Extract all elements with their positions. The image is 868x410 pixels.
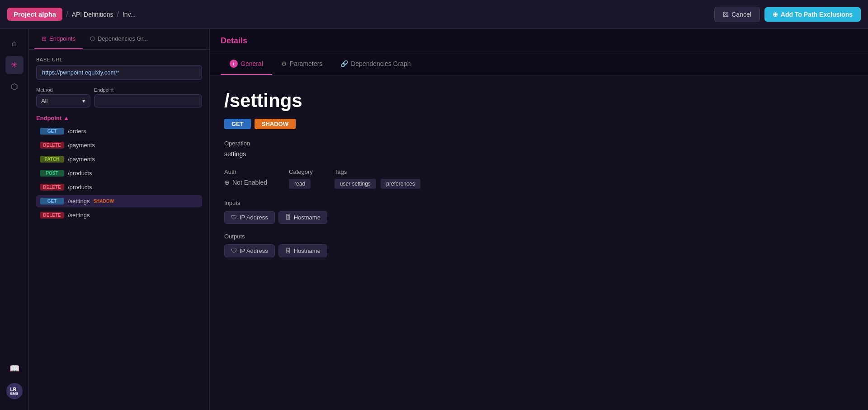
tab-general[interactable]: i General xyxy=(221,53,272,75)
input-hostname: 🗄 Hostname xyxy=(278,211,327,224)
chevron-down-icon: ▾ xyxy=(82,98,85,104)
tags-list: user settings preferences xyxy=(335,179,423,189)
endpoint-filter-group: Endpoint xyxy=(94,87,202,107)
method-badges-row: GET SHADOW xyxy=(224,119,854,129)
tab-endpoints[interactable]: ⊞ Endpoints xyxy=(34,29,83,49)
input-hostname-label: Hostname xyxy=(294,214,321,221)
database-icon-output: 🗄 xyxy=(285,247,291,254)
top-bar: Project alpha / API Definitions / Inv...… xyxy=(0,0,868,29)
icon-sidebar: ⌂ ✳ ⬡ 📖 LR BMS xyxy=(0,29,29,410)
info-icon: i xyxy=(230,60,238,68)
method-badge-delete: DELETE xyxy=(40,142,64,149)
add-path-label: Add To Path Exclusions xyxy=(781,11,853,18)
avatar-initials: LR xyxy=(10,387,19,392)
base-url-input[interactable] xyxy=(36,65,202,80)
sidebar-icon-book[interactable]: 📖 xyxy=(5,359,24,377)
method-badge-get: GET xyxy=(40,128,64,135)
sidebar-icon-asterisk[interactable]: ✳ xyxy=(5,56,24,74)
database-icon: 🗄 xyxy=(285,214,291,221)
inputs-section: Inputs 🛡 IP Address 🗄 Hostname xyxy=(224,200,854,224)
tab-dependencies-graph[interactable]: 🔗 Dependencies Graph xyxy=(331,53,420,75)
sidebar-icon-home[interactable]: ⌂ xyxy=(5,34,24,52)
breadcrumb-inv[interactable]: Inv... xyxy=(123,11,136,18)
endpoint-path: /products xyxy=(68,184,92,191)
shadow-detail-badge: SHADOW xyxy=(255,119,296,129)
tab-parameters-label: Parameters xyxy=(290,60,322,67)
operation-section: Operation settings xyxy=(224,140,427,158)
method-badge-delete: DELETE xyxy=(40,184,64,191)
tab-dependencies[interactable]: ⬡ Dependencies Gr... xyxy=(83,29,155,49)
endpoint-row[interactable]: GET /orders xyxy=(36,125,202,137)
panel-tabs: ⊞ Endpoints ⬡ Dependencies Gr... xyxy=(29,29,209,50)
add-path-icon: ⊕ xyxy=(773,11,778,18)
shield-icon-output: 🛡 xyxy=(231,247,237,254)
method-badge-patch: PATCH xyxy=(40,156,64,163)
avatar-subtitle: BMS xyxy=(10,392,19,396)
category-label: Category xyxy=(289,168,313,175)
breadcrumb-sep-1: / xyxy=(66,10,68,19)
tags-label: Tags xyxy=(335,168,423,175)
tab-general-label: General xyxy=(241,60,263,67)
method-badge-delete: DELETE xyxy=(40,212,64,219)
endpoint-label: Endpoint xyxy=(94,87,202,93)
breadcrumb-api-definitions[interactable]: API Definitions xyxy=(72,11,113,18)
cancel-button[interactable]: ☒ Cancel xyxy=(714,7,760,22)
output-ip-label: IP Address xyxy=(240,247,268,254)
output-ip-address: 🛡 IP Address xyxy=(224,244,275,257)
inputs-label: Inputs xyxy=(224,200,854,206)
tab-dependencies-graph-label: Dependencies Graph xyxy=(351,60,410,67)
auth-section: Auth ⊕ Not Enabled xyxy=(224,168,267,189)
method-badge-post: POST xyxy=(40,170,64,177)
breadcrumb-sep-2: / xyxy=(117,10,118,19)
endpoint-title: /settings xyxy=(224,90,854,112)
info-grid: Operation settings xyxy=(224,140,854,158)
sort-icon: ▲ xyxy=(63,115,69,121)
avatar[interactable]: LR BMS xyxy=(6,383,23,399)
endpoint-row-active[interactable]: GET /settings SHADOW xyxy=(36,195,202,207)
filter-row: Method All ▾ Endpoint xyxy=(36,87,202,107)
endpoint-row[interactable]: POST /products xyxy=(36,167,202,179)
panel-left: ⊞ Endpoints ⬡ Dependencies Gr... Base UR… xyxy=(29,29,210,410)
operation-value: settings xyxy=(224,150,427,158)
shield-icon: 🛡 xyxy=(231,214,237,221)
endpoint-filter-input[interactable] xyxy=(94,94,202,107)
details-content: /settings GET SHADOW Operation settings … xyxy=(210,75,868,410)
cancel-icon: ☒ xyxy=(723,11,729,18)
link-icon: 🔗 xyxy=(340,60,348,67)
category-section: Category read xyxy=(289,168,313,189)
outputs-section: Outputs 🛡 IP Address 🗄 Hostname xyxy=(224,233,854,257)
endpoint-path: /products xyxy=(68,170,92,177)
dependencies-icon: ⬡ xyxy=(90,35,95,42)
outputs-label: Outputs xyxy=(224,233,854,240)
base-url-label: Base URL xyxy=(36,57,202,62)
endpoint-path: /settings xyxy=(68,198,90,205)
endpoint-path: /orders xyxy=(68,128,86,135)
endpoint-path: /payments xyxy=(68,156,95,163)
add-to-path-exclusions-button[interactable]: ⊕ Add To Path Exclusions xyxy=(764,7,861,22)
endpoint-row[interactable]: PATCH /payments xyxy=(36,153,202,165)
project-badge[interactable]: Project alpha xyxy=(7,8,62,21)
sidebar-icon-network[interactable]: ⬡ xyxy=(5,78,24,96)
endpoint-row[interactable]: DELETE /products xyxy=(36,181,202,193)
method-filter-group: Method All ▾ xyxy=(36,87,90,107)
tags-section: Tags user settings preferences xyxy=(335,168,423,189)
top-bar-actions: ☒ Cancel ⊕ Add To Path Exclusions xyxy=(714,7,861,22)
inputs-list: 🛡 IP Address 🗄 Hostname xyxy=(224,211,854,224)
plus-circle-icon: ⊕ xyxy=(224,179,230,186)
main-layout: ⌂ ✳ ⬡ 📖 LR BMS ⊞ Endpoints ⬡ Dependencie… xyxy=(0,29,868,410)
tab-endpoints-label: Endpoints xyxy=(49,35,75,42)
auth-label: Auth xyxy=(224,168,267,175)
endpoint-row[interactable]: DELETE /settings xyxy=(36,209,202,221)
category-value: read xyxy=(289,179,311,189)
method-select[interactable]: All ▾ xyxy=(36,94,90,107)
endpoint-row[interactable]: DELETE /payments xyxy=(36,139,202,151)
outputs-list: 🛡 IP Address 🗄 Hostname xyxy=(224,244,854,257)
details-panel: Details i General ⚙ Parameters 🔗 Depende… xyxy=(210,29,868,410)
endpoint-section-label: Endpoint xyxy=(36,115,61,121)
tab-dependencies-label: Dependencies Gr... xyxy=(98,35,148,42)
tab-parameters[interactable]: ⚙ Parameters xyxy=(272,53,331,75)
tag-preferences: preferences xyxy=(381,179,420,189)
panel-body: Base URL Method All ▾ Endpoint Endpoint … xyxy=(29,50,209,410)
method-selected: All xyxy=(41,98,47,104)
auth-status: Not Enabled xyxy=(232,179,267,186)
